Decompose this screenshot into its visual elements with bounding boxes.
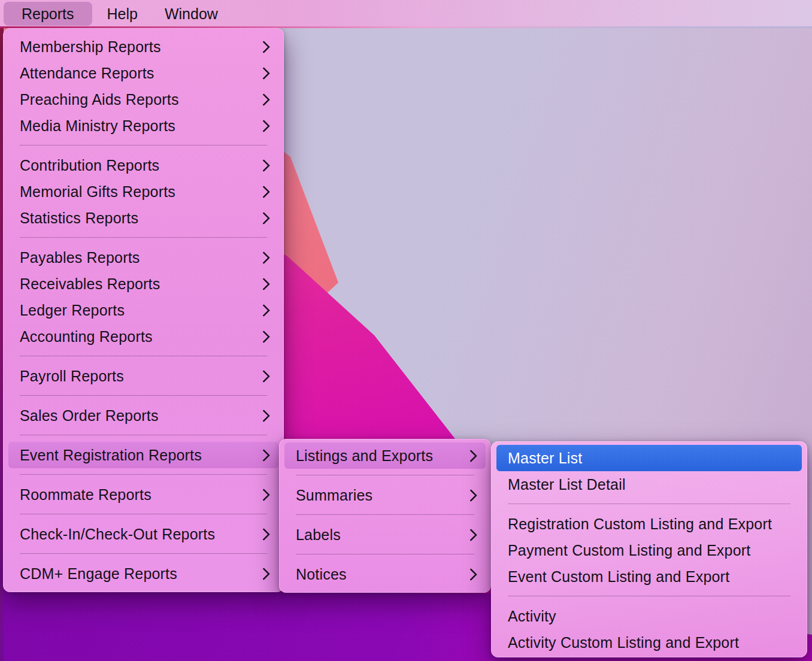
chevron-right-icon xyxy=(465,568,477,580)
menu-item-label: Receivables Reports xyxy=(20,275,160,293)
menubar-item-label: Help xyxy=(107,5,138,23)
chevron-right-icon xyxy=(257,93,270,105)
menubar-item-help[interactable]: Help xyxy=(99,2,146,26)
menu-item-label: Ledger Reports xyxy=(20,302,125,319)
menu-item-master-list[interactable]: Master List xyxy=(496,445,802,471)
menu-item-label: Notices xyxy=(296,566,347,583)
menu-item-roommate-reports[interactable]: Roommate Reports xyxy=(8,481,278,508)
menu-separator xyxy=(296,514,474,515)
menu-item-label: Registration Custom Listing and Export xyxy=(508,516,772,533)
menu-item-label: Labels xyxy=(296,526,341,544)
reports-menu-panel: Membership Reports Attendance Reports Pr… xyxy=(3,28,284,592)
menu-item-receivables-reports[interactable]: Receivables Reports xyxy=(8,271,278,297)
menu-item-label: Media Ministry Reports xyxy=(20,117,175,135)
menubar-item-label: Window xyxy=(165,5,218,23)
chevron-right-icon xyxy=(257,409,270,422)
chevron-right-icon xyxy=(257,304,270,316)
menu-separator xyxy=(20,356,267,356)
menu-separator xyxy=(20,435,267,435)
menu-item-label: Activity Custom Listing and Export xyxy=(508,634,739,651)
menu-item-preaching-aids-reports[interactable]: Preaching Aids Reports xyxy=(8,86,278,113)
menu-item-ledger-reports[interactable]: Ledger Reports xyxy=(8,297,278,323)
menubar-item-label: Reports xyxy=(22,5,74,23)
menu-item-listings-and-exports[interactable]: Listings and Exports xyxy=(284,442,486,469)
menu-item-label: Payables Reports xyxy=(20,249,140,266)
chevron-right-icon xyxy=(257,488,270,501)
menu-separator xyxy=(20,514,267,514)
menu-item-label: Activity xyxy=(508,608,556,625)
menu-item-payables-reports[interactable]: Payables Reports xyxy=(8,244,278,271)
menu-item-label: Statistics Reports xyxy=(20,210,138,227)
menubar-item-window[interactable]: Window xyxy=(157,2,226,26)
menu-item-label: Event Custom Listing and Export xyxy=(508,568,729,586)
menu-separator xyxy=(20,474,267,475)
menu-item-sales-order-reports[interactable]: Sales Order Reports xyxy=(8,402,278,429)
chevron-right-icon xyxy=(257,211,270,224)
menu-item-label: Event Registration Reports xyxy=(20,447,202,464)
menu-separator xyxy=(20,237,267,238)
menu-item-label: Accounting Reports xyxy=(20,328,153,345)
menu-item-summaries[interactable]: Summaries xyxy=(284,482,486,508)
chevron-right-icon xyxy=(257,527,270,540)
menu-item-notices[interactable]: Notices xyxy=(284,561,486,587)
menu-item-label: Contribution Reports xyxy=(20,157,159,174)
menubar-item-reports[interactable]: Reports xyxy=(4,2,92,26)
chevron-right-icon xyxy=(257,40,270,53)
chevron-right-icon xyxy=(257,448,270,461)
menu-item-label: Master List Detail xyxy=(508,476,626,493)
chevron-right-icon xyxy=(465,489,477,501)
menu-item-label: Memorial Gifts Reports xyxy=(20,183,175,201)
menu-bar: Reports Help Window xyxy=(0,0,812,26)
menu-item-accounting-reports[interactable]: Accounting Reports xyxy=(8,323,278,350)
menu-item-label: Master List xyxy=(508,450,582,467)
event-registration-submenu-panel: Listings and Exports Summaries Labels No… xyxy=(279,439,491,593)
chevron-right-icon xyxy=(257,369,270,382)
chevron-right-icon xyxy=(257,330,270,342)
menu-item-attendance-reports[interactable]: Attendance Reports xyxy=(8,60,278,86)
menu-item-label: Membership Reports xyxy=(20,38,161,56)
menu-item-label: Attendance Reports xyxy=(20,65,154,82)
menu-item-label: Payment Custom Listing and Export xyxy=(508,542,750,559)
chevron-right-icon xyxy=(465,449,477,462)
menu-item-memorial-gifts-reports[interactable]: Memorial Gifts Reports xyxy=(8,178,278,205)
menu-item-label: Check-In/Check-Out Reports xyxy=(20,526,215,543)
menu-separator xyxy=(296,554,474,554)
menu-separator xyxy=(508,596,790,596)
menu-item-activity-custom-listing-and-export[interactable]: Activity Custom Listing and Export xyxy=(496,629,802,656)
menu-item-statistics-reports[interactable]: Statistics Reports xyxy=(8,205,278,231)
menu-item-label: Listings and Exports xyxy=(296,447,433,465)
chevron-right-icon xyxy=(465,528,477,541)
chevron-right-icon xyxy=(257,66,270,79)
menubar-underline xyxy=(0,26,812,28)
chevron-right-icon xyxy=(257,159,270,171)
menu-item-label: Payroll Reports xyxy=(20,368,124,385)
chevron-right-icon xyxy=(257,567,270,580)
menu-item-label: Sales Order Reports xyxy=(20,407,159,425)
menu-item-payment-custom-listing-and-export[interactable]: Payment Custom Listing and Export xyxy=(496,537,802,563)
menu-item-label: Summaries xyxy=(296,487,372,504)
chevron-right-icon xyxy=(257,185,270,198)
chevron-right-icon xyxy=(257,277,270,290)
menu-item-media-ministry-reports[interactable]: Media Ministry Reports xyxy=(8,113,278,139)
menu-item-contribution-reports[interactable]: Contribution Reports xyxy=(8,152,278,178)
menu-item-label: Preaching Aids Reports xyxy=(20,91,179,108)
menu-item-membership-reports[interactable]: Membership Reports xyxy=(8,34,278,60)
menu-separator xyxy=(296,475,474,475)
menu-item-check-in-check-out-reports[interactable]: Check-In/Check-Out Reports xyxy=(8,521,278,547)
chevron-right-icon xyxy=(257,251,270,263)
menu-separator xyxy=(508,504,790,504)
listings-and-exports-submenu-panel: Master List Master List Detail Registrat… xyxy=(491,441,807,657)
menu-item-registration-custom-listing-and-export[interactable]: Registration Custom Listing and Export xyxy=(496,511,802,537)
menu-separator xyxy=(20,145,267,145)
menu-item-label: Roommate Reports xyxy=(20,486,152,504)
menu-separator xyxy=(20,395,267,396)
menu-item-cdm-engage-reports[interactable]: CDM+ Engage Reports xyxy=(8,560,278,587)
menu-item-master-list-detail[interactable]: Master List Detail xyxy=(496,471,802,498)
menu-separator xyxy=(20,553,267,554)
desktop-screen: Reports Help Window Membership Reports A… xyxy=(0,0,812,661)
menu-item-activity[interactable]: Activity xyxy=(496,603,802,629)
menu-item-labels[interactable]: Labels xyxy=(284,521,486,548)
menu-item-event-custom-listing-and-export[interactable]: Event Custom Listing and Export xyxy=(496,563,802,590)
menu-item-event-registration-reports[interactable]: Event Registration Reports xyxy=(8,442,278,468)
menu-item-payroll-reports[interactable]: Payroll Reports xyxy=(8,363,278,389)
